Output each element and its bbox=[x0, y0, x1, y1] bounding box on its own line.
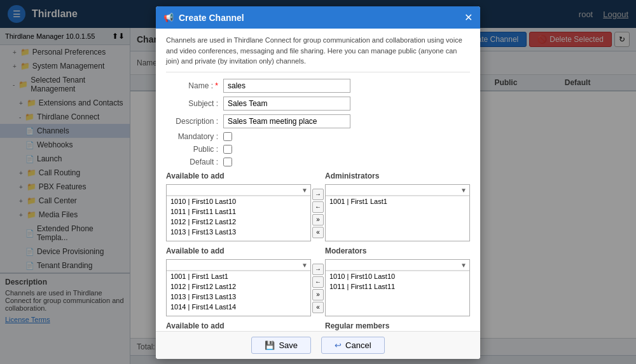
save-label: Save bbox=[279, 340, 298, 350]
moderators-available-col: Available to add ▼ 1001 | First1 Last1 1… bbox=[166, 245, 311, 316]
remove-one-button[interactable]: ← bbox=[312, 276, 324, 288]
mandatory-field-label: Mandatory : bbox=[166, 132, 223, 141]
list-item[interactable]: 1001 | First1 Last1 bbox=[326, 196, 469, 206]
public-checkbox[interactable] bbox=[223, 145, 232, 154]
mandatory-field-row: Mandatory : bbox=[166, 132, 470, 141]
members-selected-label: Regular members bbox=[325, 320, 470, 332]
mandatory-checkbox[interactable] bbox=[223, 132, 232, 141]
list-item[interactable]: 1010 | First10 Last10 bbox=[167, 196, 310, 206]
admins-selected-filter[interactable] bbox=[326, 185, 469, 196]
subject-field-row: Subject : bbox=[166, 97, 470, 111]
moderators-transfer-buttons: → ← » « bbox=[311, 245, 325, 316]
admins-selected-wrap: ▼ 1001 | First1 Last1 bbox=[325, 184, 470, 241]
add-one-button[interactable]: → bbox=[312, 189, 324, 200]
cancel-icon: ↩ bbox=[335, 340, 342, 350]
moderators-available-filter[interactable] bbox=[167, 260, 310, 271]
save-button[interactable]: 💾 Save bbox=[251, 337, 311, 354]
members-available-col: Available to add ▼ 1024 | First24 Last24… bbox=[166, 320, 311, 332]
modal-overlay: 📢 Create Channel ✕ Channels are used in … bbox=[0, 0, 636, 364]
filter-icon: ▼ bbox=[460, 262, 467, 269]
description-field-row: Description : bbox=[166, 114, 470, 128]
remove-one-button[interactable]: ← bbox=[312, 201, 324, 213]
admins-transfer-row: Available to add ▼ 1010 | First10 Last10… bbox=[166, 170, 470, 241]
list-item[interactable]: 1011 | First11 Last11 bbox=[167, 206, 310, 217]
list-item[interactable]: 1012 | First12 Last12 bbox=[167, 281, 310, 292]
name-input[interactable] bbox=[223, 79, 350, 93]
name-field-label: Name : bbox=[166, 81, 223, 90]
moderators-selected-filter[interactable] bbox=[326, 260, 469, 271]
admins-available-col: Available to add ▼ 1010 | First10 Last10… bbox=[166, 170, 311, 241]
list-item[interactable]: 1001 | First1 Last1 bbox=[167, 271, 310, 281]
default-field-row: Default : bbox=[166, 158, 470, 166]
save-icon: 💾 bbox=[265, 340, 275, 350]
remove-all-button[interactable]: « bbox=[312, 227, 324, 238]
modal-footer: 💾 Save ↩ Cancel bbox=[156, 331, 480, 359]
add-all-button[interactable]: » bbox=[312, 289, 324, 300]
list-item[interactable]: 1013 | First13 Last13 bbox=[167, 227, 310, 237]
admins-selected-label: Administrators bbox=[325, 170, 470, 182]
admins-transfer-buttons: → ← » « bbox=[311, 170, 325, 241]
filter-icon: ▼ bbox=[301, 262, 308, 269]
members-transfer-section: Available to add ▼ 1024 | First24 Last24… bbox=[166, 320, 470, 332]
default-field-label: Default : bbox=[166, 158, 223, 166]
moderators-filter-row: ▼ bbox=[167, 260, 310, 271]
admins-available-list[interactable]: 1010 | First10 Last10 1011 | First11 Las… bbox=[167, 196, 310, 241]
filter-icon: ▼ bbox=[460, 187, 467, 194]
moderators-selected-wrap: ▼ 1010 | First10 Last10 1011 | First11 L… bbox=[325, 259, 470, 316]
description-input[interactable] bbox=[223, 114, 350, 128]
members-selected-col: Regular members ▼ 1020 | First20 Last20 … bbox=[325, 320, 470, 332]
subject-field-label: Subject : bbox=[166, 99, 223, 108]
subject-input[interactable] bbox=[223, 97, 350, 111]
moderators-available-label: Available to add bbox=[166, 245, 311, 257]
public-field-row: Public : bbox=[166, 145, 470, 154]
list-item[interactable]: 1013 | First13 Last13 bbox=[167, 292, 310, 302]
moderators-available-list[interactable]: 1001 | First1 Last1 1012 | First12 Last1… bbox=[167, 271, 310, 316]
modal-icon: 📢 bbox=[163, 13, 174, 22]
name-field-row: Name : bbox=[166, 79, 470, 93]
moderators-available-wrap: ▼ 1001 | First1 Last1 1012 | First12 Las… bbox=[166, 259, 311, 316]
moderators-selected-col: Moderators ▼ 1010 | First10 Last10 1011 … bbox=[325, 245, 470, 316]
moderators-selected-label: Moderators bbox=[325, 245, 470, 257]
filter-icon: ▼ bbox=[301, 187, 308, 194]
admins-available-filter[interactable] bbox=[167, 185, 310, 196]
moderators-selected-filter-row: ▼ bbox=[326, 260, 469, 271]
remove-all-button[interactable]: « bbox=[312, 302, 324, 313]
modal-title: Create Channel bbox=[179, 13, 459, 23]
admins-selected-list[interactable]: 1001 | First1 Last1 bbox=[326, 196, 469, 241]
admins-available-label: Available to add bbox=[166, 170, 311, 182]
add-one-button[interactable]: → bbox=[312, 264, 324, 275]
modal-close-button[interactable]: ✕ bbox=[464, 11, 473, 24]
add-all-button[interactable]: » bbox=[312, 214, 324, 226]
cancel-label: Cancel bbox=[345, 340, 371, 350]
admins-selected-filter-row: ▼ bbox=[326, 185, 469, 196]
modal-description: Channels are used in Thirdlane Connect f… bbox=[166, 35, 470, 72]
list-item[interactable]: 1012 | First12 Last12 bbox=[167, 217, 310, 227]
cancel-button[interactable]: ↩ Cancel bbox=[321, 337, 384, 354]
admins-available-wrap: ▼ 1010 | First10 Last10 1011 | First11 L… bbox=[166, 184, 311, 241]
public-field-label: Public : bbox=[166, 145, 223, 154]
moderators-transfer-row: Available to add ▼ 1001 | First1 Last1 1… bbox=[166, 245, 470, 316]
list-item[interactable]: 1014 | First14 Last14 bbox=[167, 302, 310, 312]
modal-body: Channels are used in Thirdlane Connect f… bbox=[156, 29, 480, 331]
members-available-label: Available to add bbox=[166, 320, 311, 332]
members-transfer-buttons: → ← » « bbox=[311, 320, 325, 332]
list-item[interactable]: 1010 | First10 Last10 bbox=[326, 271, 469, 281]
members-transfer-row: Available to add ▼ 1024 | First24 Last24… bbox=[166, 320, 470, 332]
default-checkbox[interactable] bbox=[223, 158, 232, 166]
modal-header: 📢 Create Channel ✕ bbox=[156, 6, 480, 29]
moderators-transfer-section: Available to add ▼ 1001 | First1 Last1 1… bbox=[166, 245, 470, 316]
create-channel-modal: 📢 Create Channel ✕ Channels are used in … bbox=[156, 6, 480, 359]
admins-filter-row: ▼ bbox=[167, 185, 310, 196]
admins-transfer-section: Available to add ▼ 1010 | First10 Last10… bbox=[166, 170, 470, 241]
moderators-selected-list[interactable]: 1010 | First10 Last10 1011 | First11 Las… bbox=[326, 271, 469, 316]
description-field-label: Description : bbox=[166, 117, 223, 126]
admins-selected-col: Administrators ▼ 1001 | First1 Last1 bbox=[325, 170, 470, 241]
list-item[interactable]: 1011 | First11 Last11 bbox=[326, 281, 469, 292]
